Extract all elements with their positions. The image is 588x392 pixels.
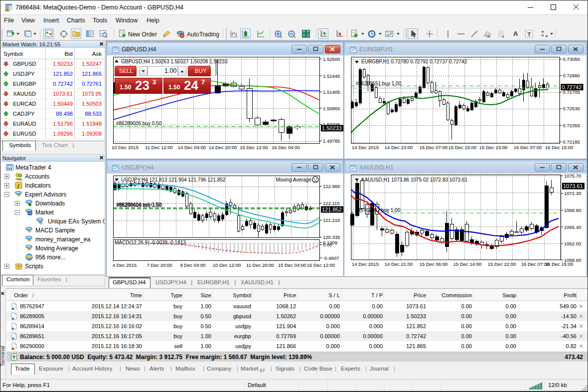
svg-text:1.50262: 1.50262 bbox=[276, 313, 296, 319]
svg-text:Commission: Commission bbox=[441, 292, 472, 298]
svg-text:buy: buy bbox=[173, 333, 182, 339]
svg-text:86290000: 86290000 bbox=[20, 343, 44, 349]
svg-text:1073.61: 1073.61 bbox=[563, 183, 583, 189]
svg-text:0.73050: 0.73050 bbox=[563, 56, 580, 62]
svg-text:0.00: 0.00 bbox=[506, 333, 516, 339]
svg-text:EURAUD: EURAUD bbox=[13, 121, 36, 127]
svg-text:121.865: 121.865 bbox=[406, 343, 426, 349]
svg-text:1.50865: 1.50865 bbox=[323, 106, 340, 111]
svg-text:Market: Market bbox=[35, 209, 54, 216]
svg-text:0.72185: 0.72185 bbox=[563, 139, 580, 145]
svg-text:86289414: 86289414 bbox=[20, 323, 44, 329]
svg-text:-14.50: -14.50 bbox=[561, 313, 577, 319]
svg-text:14 Dec 2015: 14 Dec 2015 bbox=[352, 145, 379, 150]
svg-text:Accounts: Accounts bbox=[25, 173, 49, 180]
svg-text:0.00: 0.00 bbox=[506, 303, 516, 309]
svg-text:1.50449: 1.50449 bbox=[53, 101, 73, 107]
svg-text:Size: Size bbox=[201, 292, 211, 298]
svg-text:Moving Average: Moving Average bbox=[35, 245, 78, 252]
svg-text:15 Dec 22:00: 15 Dec 22:00 bbox=[488, 261, 516, 267]
svg-text:16 Dec 15:00: 16 Dec 15:00 bbox=[545, 145, 574, 150]
svg-text:0.72880: 0.72880 bbox=[563, 73, 580, 78]
svg-text:14 Dec 20:00: 14 Dec 20:00 bbox=[209, 145, 237, 150]
svg-text:4 Dec 2015: 4 Dec 2015 bbox=[113, 262, 137, 268]
svg-text:15 Dec 06:00: 15 Dec 06:00 bbox=[420, 261, 448, 267]
svg-text:1.50503: 1.50503 bbox=[82, 101, 102, 107]
svg-text:1068.12: 1068.12 bbox=[276, 303, 296, 309]
svg-text:xauusd: xauusd bbox=[234, 303, 251, 309]
svg-text:86289005: 86289005 bbox=[20, 313, 44, 319]
svg-text:121.866: 121.866 bbox=[276, 343, 296, 349]
svg-text:1.50233: 1.50233 bbox=[322, 125, 342, 131]
svg-text:-0.4807: -0.4807 bbox=[323, 255, 339, 261]
svg-text:0.00: 0.00 bbox=[461, 323, 472, 329]
svg-text:86289651: 86289651 bbox=[20, 333, 44, 339]
svg-text:15 Dec 14:00: 15 Dec 14:00 bbox=[453, 261, 482, 267]
svg-text:Order: Order bbox=[14, 292, 28, 298]
svg-text:14 Dec 21:00: 14 Dec 21:00 bbox=[385, 261, 413, 267]
svg-text:0.72742: 0.72742 bbox=[53, 81, 73, 87]
svg-text:MetaTrader 4: MetaTrader 4 bbox=[15, 164, 51, 171]
svg-text:88.533: 88.533 bbox=[85, 111, 102, 117]
svg-text:0.00000: 0.00000 bbox=[363, 313, 383, 319]
svg-text:0.72769: 0.72769 bbox=[276, 333, 296, 339]
svg-text:120.335: 120.335 bbox=[323, 234, 340, 240]
svg-text:2015.12.16 16:18:30: 2015.12.16 16:18:30 bbox=[92, 343, 142, 349]
svg-text:16 Dec 12:00: 16 Dec 12:00 bbox=[307, 262, 335, 268]
svg-text:usdjpy: usdjpy bbox=[235, 323, 251, 329]
svg-text:Time: Time bbox=[130, 292, 142, 298]
svg-text:549.00: 549.00 bbox=[560, 303, 577, 309]
svg-text:0.72761: 0.72761 bbox=[82, 81, 102, 87]
svg-text:1.51405: 1.51405 bbox=[323, 89, 340, 95]
svg-text:USDJPY: USDJPY bbox=[13, 71, 35, 77]
svg-text:T / P: T / P bbox=[371, 292, 383, 298]
svg-text:1073.61: 1073.61 bbox=[53, 91, 73, 97]
svg-text:money_manager_ea: money_manager_ea bbox=[35, 236, 90, 243]
svg-text:gbpusd: gbpusd bbox=[233, 313, 251, 319]
svg-text:0.000: 0.000 bbox=[326, 343, 340, 349]
svg-text:2015.12.16 16:17:05: 2015.12.16 16:17:05 bbox=[92, 333, 142, 339]
svg-text:0.00: 0.00 bbox=[329, 303, 340, 309]
svg-text:Bid: Bid bbox=[64, 51, 73, 57]
svg-text:1072.30: 1072.30 bbox=[564, 191, 581, 196]
svg-text:1065.40: 1065.40 bbox=[564, 224, 581, 230]
svg-text:121.852: 121.852 bbox=[406, 323, 426, 329]
svg-text:0.00: 0.00 bbox=[461, 343, 472, 349]
svg-text:Moving Average: Moving Average bbox=[276, 177, 311, 183]
svg-text:Type: Type bbox=[170, 292, 182, 298]
svg-text:1.51848: 1.51848 bbox=[82, 121, 102, 127]
svg-text:0.50: 0.50 bbox=[201, 313, 211, 319]
svg-text:0.000: 0.000 bbox=[326, 323, 340, 329]
svg-text:16 Dec 04:00: 16 Dec 04:00 bbox=[272, 145, 300, 150]
svg-text:Ask: Ask bbox=[92, 51, 102, 57]
svg-text:XAUUSD: XAUUSD bbox=[13, 91, 36, 97]
svg-text:USDJPY,H4 121.813 121.904 121: USDJPY,H4 121.813 121.904 121.796 121.85… bbox=[121, 177, 226, 183]
svg-text:1.09296: 1.09296 bbox=[53, 131, 73, 137]
svg-text:XAUUSD,H1 1073.86 1075.02 107: XAUUSD,H1 1073.86 1075.02 1072.83 1073.6… bbox=[361, 177, 467, 183]
svg-text:1.00: 1.00 bbox=[201, 303, 211, 309]
svg-text:1075.70: 1075.70 bbox=[564, 174, 581, 179]
svg-text:-40.56: -40.56 bbox=[561, 333, 577, 339]
svg-text:0.000: 0.000 bbox=[369, 323, 383, 329]
svg-text:buy: buy bbox=[173, 323, 182, 329]
svg-text:Expert Advisors: Expert Advisors bbox=[25, 191, 66, 198]
svg-text:14 Dec 23:00: 14 Dec 23:00 bbox=[385, 145, 413, 150]
svg-text:1.00: 1.00 bbox=[201, 343, 211, 349]
svg-text:16 Dec 07:00: 16 Dec 07:00 bbox=[514, 145, 542, 150]
svg-text:1.51796: 1.51796 bbox=[53, 121, 73, 127]
svg-text:F: F bbox=[502, 35, 504, 38]
svg-text:16 Dec 15:00: 16 Dec 15:00 bbox=[545, 261, 574, 267]
svg-text:0.00: 0.00 bbox=[506, 343, 516, 349]
svg-text:121.852: 121.852 bbox=[53, 71, 73, 77]
svg-text:eurgbp: eurgbp bbox=[234, 333, 251, 339]
svg-text:122.110: 122.110 bbox=[323, 200, 340, 206]
svg-text:Swap: Swap bbox=[502, 292, 516, 298]
svg-text:EURGBP: EURGBP bbox=[13, 81, 36, 87]
svg-text:1.49785: 1.49785 bbox=[323, 138, 340, 144]
svg-text:Scripts: Scripts bbox=[25, 263, 43, 270]
svg-text:2015.12.16 16:16:02: 2015.12.16 16:16:02 bbox=[92, 323, 142, 329]
svg-text:#86289651 buy 1.00: #86289651 buy 1.00 bbox=[356, 81, 402, 86]
svg-text:1.50233: 1.50233 bbox=[53, 61, 73, 67]
svg-text:1068.90: 1068.90 bbox=[564, 207, 581, 213]
svg-text:9 Dec 04:00: 9 Dec 04:00 bbox=[180, 262, 205, 268]
